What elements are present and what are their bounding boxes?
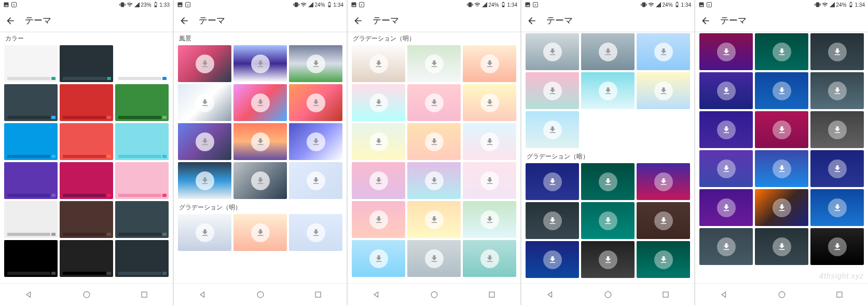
download-icon[interactable] xyxy=(369,132,388,151)
nav-recent-button[interactable] xyxy=(834,289,845,300)
theme-tile[interactable] xyxy=(463,45,516,82)
download-icon[interactable] xyxy=(599,250,617,269)
theme-tile[interactable] xyxy=(810,72,864,109)
theme-tile[interactable] xyxy=(637,33,690,70)
theme-tile[interactable] xyxy=(755,189,808,226)
download-icon[interactable] xyxy=(599,211,617,230)
download-icon[interactable] xyxy=(717,198,736,217)
download-icon[interactable] xyxy=(717,82,736,100)
nav-recent-button[interactable] xyxy=(660,289,671,300)
nav-home-button[interactable] xyxy=(81,289,92,300)
theme-tile[interactable] xyxy=(699,33,753,70)
download-icon[interactable] xyxy=(717,121,736,139)
theme-tile[interactable] xyxy=(115,162,169,199)
back-button[interactable] xyxy=(700,16,711,26)
download-icon[interactable] xyxy=(196,223,214,242)
nav-home-button[interactable] xyxy=(255,289,266,300)
theme-tile[interactable] xyxy=(637,202,690,239)
download-icon[interactable] xyxy=(773,43,791,61)
back-button[interactable] xyxy=(353,16,363,26)
nav-back-button[interactable] xyxy=(24,289,34,300)
download-icon[interactable] xyxy=(828,237,847,256)
nav-home-button[interactable] xyxy=(429,289,439,300)
download-icon[interactable] xyxy=(599,43,617,61)
theme-tile[interactable] xyxy=(407,240,461,277)
theme-tile[interactable] xyxy=(755,228,808,265)
download-icon[interactable] xyxy=(369,55,388,73)
download-icon[interactable] xyxy=(369,171,388,190)
download-icon[interactable] xyxy=(543,121,562,139)
download-icon[interactable] xyxy=(543,211,562,230)
download-icon[interactable] xyxy=(773,198,791,217)
back-button[interactable] xyxy=(5,16,16,26)
theme-tile[interactable] xyxy=(699,189,753,226)
theme-tile[interactable] xyxy=(581,202,635,239)
download-icon[interactable] xyxy=(369,94,388,112)
theme-tile[interactable] xyxy=(352,201,405,238)
theme-tile[interactable] xyxy=(581,33,635,70)
theme-tile[interactable] xyxy=(810,33,864,70)
content-area[interactable]: カラー xyxy=(0,32,173,283)
download-icon[interactable] xyxy=(654,173,673,191)
download-icon[interactable] xyxy=(196,171,214,190)
download-icon[interactable] xyxy=(425,55,444,73)
theme-tile[interactable] xyxy=(699,111,753,148)
download-icon[interactable] xyxy=(599,173,617,191)
download-icon[interactable] xyxy=(773,121,791,139)
download-icon[interactable] xyxy=(307,94,325,112)
theme-tile[interactable] xyxy=(289,123,342,160)
theme-tile[interactable] xyxy=(699,72,753,109)
download-icon[interactable] xyxy=(480,249,499,268)
download-icon[interactable] xyxy=(480,94,499,112)
theme-tile[interactable] xyxy=(289,162,342,199)
theme-tile[interactable] xyxy=(463,240,516,277)
theme-tile[interactable] xyxy=(352,123,405,160)
download-icon[interactable] xyxy=(425,210,444,229)
theme-tile[interactable] xyxy=(4,123,58,160)
theme-tile[interactable] xyxy=(289,214,342,251)
download-icon[interactable] xyxy=(425,94,444,112)
theme-tile[interactable] xyxy=(526,72,579,109)
theme-tile[interactable] xyxy=(526,111,579,148)
theme-tile[interactable] xyxy=(581,241,635,278)
theme-tile[interactable] xyxy=(526,241,579,278)
content-area[interactable] xyxy=(695,32,868,283)
download-icon[interactable] xyxy=(828,82,847,100)
download-icon[interactable] xyxy=(654,82,673,100)
download-icon[interactable] xyxy=(828,160,847,178)
theme-tile[interactable] xyxy=(526,33,579,70)
theme-tile[interactable] xyxy=(178,162,231,199)
theme-tile[interactable] xyxy=(407,84,461,121)
theme-tile[interactable] xyxy=(581,163,635,200)
theme-tile[interactable] xyxy=(352,84,405,121)
theme-tile[interactable] xyxy=(178,45,231,82)
download-icon[interactable] xyxy=(480,132,499,151)
theme-tile[interactable] xyxy=(699,150,753,187)
theme-tile[interactable] xyxy=(4,84,58,121)
theme-tile[interactable] xyxy=(115,123,169,160)
download-icon[interactable] xyxy=(480,171,499,190)
download-icon[interactable] xyxy=(828,121,847,139)
theme-tile[interactable] xyxy=(637,163,690,200)
theme-tile[interactable] xyxy=(178,214,231,251)
theme-tile[interactable] xyxy=(115,45,169,82)
download-icon[interactable] xyxy=(543,43,562,61)
theme-tile[interactable] xyxy=(233,45,287,82)
theme-tile[interactable] xyxy=(4,201,58,238)
theme-tile[interactable] xyxy=(289,84,342,121)
nav-recent-button[interactable] xyxy=(487,289,497,300)
content-area[interactable]: グラデーション（暗） xyxy=(521,32,694,283)
download-icon[interactable] xyxy=(425,249,444,268)
download-icon[interactable] xyxy=(307,223,325,242)
download-icon[interactable] xyxy=(480,210,499,229)
download-icon[interactable] xyxy=(425,132,444,151)
download-icon[interactable] xyxy=(369,210,388,229)
download-icon[interactable] xyxy=(773,160,791,178)
theme-tile[interactable] xyxy=(60,45,113,82)
theme-tile[interactable] xyxy=(637,241,690,278)
theme-tile[interactable] xyxy=(526,163,579,200)
theme-tile[interactable] xyxy=(352,240,405,277)
download-icon[interactable] xyxy=(543,250,562,269)
theme-tile[interactable] xyxy=(60,162,113,199)
theme-tile[interactable] xyxy=(60,201,113,238)
